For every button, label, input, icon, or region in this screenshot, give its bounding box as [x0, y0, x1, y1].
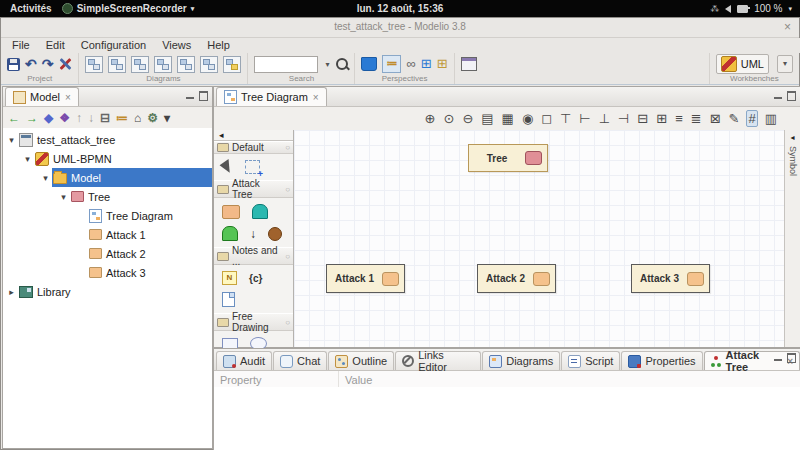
- search-input[interactable]: [254, 56, 318, 73]
- tab-tree-diagram[interactable]: Tree Diagram ×: [216, 87, 327, 106]
- tab-model[interactable]: Model ×: [5, 87, 79, 106]
- maximize-panel-icon[interactable]: [787, 353, 796, 363]
- create-bpmn-diagram-icon[interactable]: [200, 56, 218, 73]
- battery-icon[interactable]: [737, 5, 748, 13]
- expander-icon[interactable]: ▸: [5, 287, 18, 297]
- tab-audit[interactable]: Audit: [216, 351, 272, 370]
- expander-icon[interactable]: ▾: [57, 192, 70, 202]
- tab-diagrams[interactable]: Diagrams: [482, 351, 560, 370]
- save-project-icon[interactable]: [7, 58, 20, 71]
- palette-section-attack-tree[interactable]: Attack Tree ○: [214, 180, 293, 198]
- volume-icon[interactable]: [725, 5, 731, 13]
- menu-configuration[interactable]: Configuration: [74, 38, 153, 53]
- tree-item-model[interactable]: ▾ Model: [3, 168, 212, 187]
- workbench-dropdown-icon[interactable]: ▾: [777, 55, 793, 73]
- perspective-model-tree-icon[interactable]: ≔: [382, 55, 401, 73]
- attack-link-tool-icon[interactable]: ↓: [250, 228, 256, 240]
- create-package-diagram-icon[interactable]: [108, 56, 126, 73]
- tab-properties[interactable]: Properties: [621, 351, 702, 370]
- center-vertical-icon[interactable]: ⊞: [655, 111, 668, 126]
- palette-collapse-icon[interactable]: ◂: [214, 130, 293, 141]
- create-class-diagram-icon[interactable]: [85, 56, 103, 73]
- or-gate-tool-icon[interactable]: [222, 226, 238, 241]
- configure-tools-icon[interactable]: [58, 57, 72, 71]
- diagram-canvas[interactable]: TreeAttack 1Attack 2Attack 3: [294, 130, 784, 347]
- menu-views[interactable]: Views: [155, 38, 198, 53]
- page-setup-icon[interactable]: ▥: [764, 111, 778, 126]
- palette-section-default[interactable]: Default ○: [214, 141, 293, 154]
- tree-item-library[interactable]: ▸ Library: [3, 282, 212, 301]
- references-icon[interactable]: ❖: [59, 111, 70, 125]
- attack-node-tool-icon[interactable]: [222, 205, 240, 219]
- symbol-collapse-icon[interactable]: ◂: [790, 133, 794, 142]
- perspective-bucket-icon[interactable]: [361, 57, 377, 71]
- flat-hierarchy-icon[interactable]: ≔: [116, 111, 128, 125]
- tree-item-attack1[interactable]: Attack 1: [3, 225, 212, 244]
- marquee-tool-icon[interactable]: [245, 160, 260, 174]
- workbench-selector[interactable]: UML: [716, 54, 769, 74]
- distribute-icon[interactable]: ≣: [690, 111, 703, 126]
- related-elements-icon[interactable]: ◆: [44, 111, 53, 125]
- system-menu-caret[interactable]: ▾: [788, 5, 792, 13]
- pin-drawer-icon[interactable]: ○: [285, 318, 290, 327]
- tree-item-module[interactable]: ▾ UML-BPMN: [3, 149, 212, 168]
- collapse-all-icon[interactable]: ⊟: [100, 111, 110, 125]
- forward-icon[interactable]: →: [26, 111, 38, 125]
- zoom-actual-icon[interactable]: ⊙: [442, 111, 455, 126]
- pin-drawer-icon[interactable]: ○: [285, 252, 290, 261]
- minimize-panel-icon[interactable]: [774, 94, 782, 99]
- create-object-diagram-icon[interactable]: [131, 56, 149, 73]
- align-top-icon[interactable]: ⊤: [559, 111, 572, 126]
- menu-help[interactable]: Help: [200, 38, 237, 53]
- new-window-icon[interactable]: [461, 57, 477, 71]
- align-left-icon[interactable]: ⊢: [578, 111, 591, 126]
- diagram-node[interactable]: Attack 1: [326, 264, 405, 293]
- maximize-panel-icon[interactable]: [787, 91, 796, 101]
- select-tool-icon[interactable]: [220, 159, 236, 175]
- tab-links-editor[interactable]: Links Editor: [395, 351, 481, 370]
- countermeasure-tool-icon[interactable]: [268, 227, 282, 241]
- view-menu-icon[interactable]: ▾: [164, 111, 170, 125]
- redo-icon[interactable]: ↷: [42, 57, 54, 71]
- window-close-button[interactable]: ×: [784, 20, 791, 34]
- save-image-icon[interactable]: ▦: [501, 111, 515, 126]
- undo-icon[interactable]: ↶: [25, 57, 37, 71]
- tree-item-attack2[interactable]: Attack 2: [3, 244, 212, 263]
- constraint-tool-icon[interactable]: {c}: [249, 273, 262, 284]
- symbol-tab-label[interactable]: Symbol: [788, 146, 798, 176]
- tree-item-project[interactable]: ▾ test_attack_tree: [3, 130, 212, 149]
- align-bottom-icon[interactable]: ⊥: [598, 111, 611, 126]
- screenshot-icon[interactable]: ◉: [521, 111, 534, 126]
- diagram-node[interactable]: Attack 2: [477, 264, 556, 293]
- maximize-panel-icon[interactable]: [199, 91, 208, 101]
- configure-filter-icon[interactable]: ⚙: [147, 111, 158, 125]
- tab-outline[interactable]: Outline: [328, 351, 394, 370]
- diagram-node[interactable]: Tree: [468, 144, 548, 172]
- pin-drawer-icon[interactable]: ○: [285, 185, 290, 194]
- fit-to-content-icon[interactable]: ⊠: [709, 111, 722, 126]
- zoom-in-icon[interactable]: ⊕: [424, 111, 437, 126]
- tree-item-attack3[interactable]: Attack 3: [3, 263, 212, 282]
- palette-section-notes[interactable]: Notes and ... ○: [214, 247, 293, 265]
- pin-drawer-icon[interactable]: ○: [285, 143, 290, 152]
- minimize-panel-icon[interactable]: [774, 356, 782, 361]
- perspective-tree-check-icon[interactable]: ⊞: [437, 57, 448, 71]
- move-down-icon[interactable]: ↓: [88, 111, 94, 125]
- search-icon[interactable]: [336, 58, 348, 70]
- zoom-out-icon[interactable]: ⊖: [461, 111, 474, 126]
- perspective-links-icon[interactable]: ∞: [406, 57, 415, 71]
- expander-icon[interactable]: ▾: [39, 173, 52, 183]
- and-gate-tool-icon[interactable]: [252, 204, 268, 219]
- same-size-icon[interactable]: ≡: [674, 111, 684, 126]
- create-usecase-diagram-icon[interactable]: [177, 56, 195, 73]
- grid-icon[interactable]: #: [746, 110, 757, 127]
- tree-item-tree-diagram[interactable]: Tree Diagram: [3, 206, 212, 225]
- menu-edit[interactable]: Edit: [39, 38, 72, 53]
- battery-percentage[interactable]: 100 %: [754, 3, 782, 14]
- diagram-node[interactable]: Attack 3: [631, 264, 710, 293]
- minimize-panel-icon[interactable]: [186, 94, 194, 99]
- create-deployment-diagram-icon[interactable]: [154, 56, 172, 73]
- tab-script[interactable]: Script: [561, 351, 620, 370]
- tree-item-tree[interactable]: ▾ Tree: [3, 187, 212, 206]
- tab-model-close-icon[interactable]: ×: [65, 92, 71, 103]
